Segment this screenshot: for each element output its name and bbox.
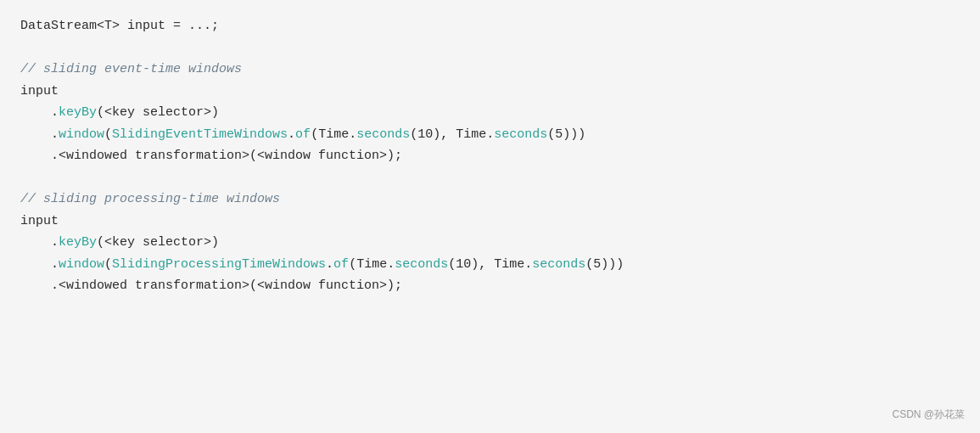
empty-line-2 [20, 167, 960, 189]
code-line-4: input [20, 81, 960, 103]
code-line-11: .keyBy(<key selector>) [20, 232, 960, 254]
seconds-method-4: seconds [532, 257, 585, 272]
code-text: DataStream<T> input = ...; [20, 19, 219, 33]
code-line-10: input [20, 211, 960, 233]
code-line-6: .window(SlidingEventTimeWindows.of(Time.… [20, 124, 960, 146]
seconds-method-3: seconds [395, 257, 448, 272]
code-block: DataStream<T> input = ...; // sliding ev… [0, 0, 980, 433]
seconds-method-2: seconds [494, 127, 547, 142]
code-line-1: DataStream<T> input = ...; [20, 15, 960, 37]
empty-line-1 [20, 37, 960, 59]
keyby-method-1: keyBy [59, 105, 97, 120]
seconds-method-1: seconds [356, 127, 410, 142]
watermark: CSDN @孙花菜 [892, 406, 965, 423]
window-method-2: window [59, 257, 104, 272]
code-comment-1: // sliding event-time windows [20, 59, 960, 81]
code-line-5: .keyBy(<key selector>) [20, 102, 960, 124]
sliding-processing-windows: SlidingProcessingTimeWindows [112, 257, 326, 272]
code-line-13: .<windowed transformation>(<window funct… [20, 275, 960, 297]
of-method-2: of [333, 257, 349, 272]
keyby-method-2: keyBy [59, 235, 97, 250]
window-method-1: window [59, 127, 104, 142]
sliding-event-windows: SlidingEventTimeWindows [112, 127, 288, 142]
code-line-12: .window(SlidingProcessingTimeWindows.of(… [20, 254, 960, 276]
of-method-1: of [295, 127, 311, 142]
code-line-7: .<windowed transformation>(<window funct… [20, 145, 960, 167]
code-comment-2: // sliding processing-time windows [20, 188, 960, 211]
